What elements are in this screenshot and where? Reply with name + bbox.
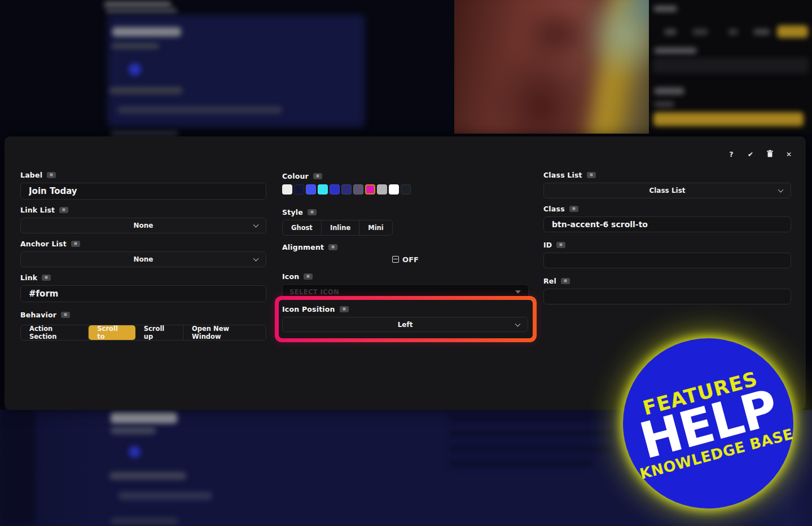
chevron-down-icon [253, 256, 259, 262]
bg-text-bar [664, 29, 677, 35]
label-input[interactable] [20, 183, 266, 200]
bg-left-gutter [0, 410, 35, 526]
icon-position-highlight-box: Icon Position Left [275, 296, 537, 342]
bg-text-bar [111, 518, 178, 524]
bg-text-bar [692, 29, 708, 35]
video-hint-icon[interactable] [308, 209, 317, 215]
video-hint-icon[interactable] [556, 242, 565, 248]
bg-paragraph-line [449, 445, 612, 453]
class-list-select[interactable]: Class List [543, 183, 791, 198]
link-input[interactable] [20, 285, 266, 302]
rel-field-label: Rel [543, 276, 791, 285]
link-field-label: Link [20, 273, 266, 282]
colour-swatch-8[interactable] [377, 184, 387, 195]
video-hint-icon[interactable] [587, 172, 596, 178]
bg-text-bar [654, 47, 697, 54]
video-hint-icon[interactable] [42, 275, 51, 281]
bg-text-bar [118, 492, 212, 500]
badge-rotated-text: FEATURES HELP KNOWLEDGE BASE [621, 364, 795, 483]
colour-swatch-1[interactable] [294, 184, 304, 195]
class-field-label: Class [543, 204, 791, 213]
anchor-list-label: Anchor List [20, 239, 266, 248]
bg-paragraph-line [449, 430, 618, 437]
behavior-option-scroll-up[interactable]: Scroll up [135, 325, 183, 340]
bg-text-bar [112, 43, 159, 49]
link-list-label: Link List [20, 205, 266, 214]
video-hint-icon[interactable] [340, 306, 349, 312]
colour-swatch-0[interactable] [282, 184, 292, 195]
bg-yellow-button [777, 25, 808, 38]
bg-button-bar [112, 27, 181, 37]
modal-middle-column: Colour Style GhostInlineMini Alignment O… [282, 136, 529, 306]
bg-text-bar [106, 8, 177, 14]
id-field-label: ID [543, 240, 791, 249]
video-hint-icon[interactable] [561, 278, 570, 284]
behavior-label: Behavior [20, 310, 266, 319]
class-list-label: Class List [543, 170, 791, 179]
colour-swatch-7[interactable] [365, 184, 375, 195]
dropdown-triangle-icon [515, 290, 521, 294]
bg-yellow-bar [653, 112, 804, 126]
rel-input[interactable] [543, 289, 791, 304]
bg-text-bar [109, 472, 186, 480]
bg-button-bar [111, 412, 177, 423]
bg-paragraph-line [449, 459, 592, 467]
bg-text-bar [104, 1, 172, 8]
video-hint-icon[interactable] [59, 207, 68, 213]
video-hint-icon[interactable] [71, 241, 80, 247]
colour-swatch-2[interactable] [306, 184, 316, 195]
icon-position-select[interactable]: Left [282, 317, 528, 332]
chevron-down-icon [778, 187, 784, 193]
bg-text-bar [654, 101, 674, 107]
style-label: Style [282, 207, 529, 216]
style-option-inline[interactable]: Inline [322, 220, 359, 235]
video-hint-icon[interactable] [47, 172, 56, 178]
bg-text-bar [654, 87, 684, 95]
video-hint-icon[interactable] [328, 244, 337, 250]
help-knowledge-base-badge[interactable]: FEATURES HELP KNOWLEDGE BASE [623, 338, 793, 509]
colour-label: Colour [282, 171, 529, 180]
colour-swatch-row [282, 184, 529, 195]
chevron-down-icon [253, 222, 259, 228]
bg-paragraph-line [449, 414, 615, 422]
modal-left-column: Label Link List None Anchor List None Li… [20, 136, 266, 341]
colour-swatch-9[interactable] [389, 184, 399, 195]
alignment-toggle[interactable]: OFF [282, 255, 529, 264]
modal-right-column: Class List Class List Class ID Rel [543, 136, 791, 310]
colour-swatch-6[interactable] [353, 184, 363, 195]
behavior-segmented-control: Action SectionScroll toScroll upOpen New… [20, 325, 266, 341]
link-list-select[interactable]: None [20, 218, 266, 233]
bg-text-bar [117, 106, 282, 114]
bg-input-bar [653, 58, 809, 73]
behavior-option-action-section[interactable]: Action Section [21, 325, 89, 340]
colour-swatch-10[interactable] [401, 184, 411, 195]
anchor-list-select[interactable]: None [20, 251, 266, 267]
icon-position-label: Icon Position [282, 304, 528, 313]
bg-text-bar [653, 6, 677, 12]
class-input[interactable] [543, 216, 791, 232]
bg-dot [129, 63, 141, 76]
colour-swatch-3[interactable] [318, 184, 328, 195]
video-hint-icon[interactable] [569, 206, 578, 212]
bg-text-bar [109, 87, 183, 94]
alignment-off-icon [392, 256, 399, 263]
behavior-option-open-new-window[interactable]: Open New Window [183, 325, 266, 340]
colour-swatch-4[interactable] [330, 184, 340, 195]
alignment-label: Alignment [282, 242, 529, 251]
bg-text-bar [728, 29, 738, 35]
video-hint-icon[interactable] [313, 173, 322, 179]
style-option-ghost[interactable]: Ghost [283, 220, 322, 235]
video-hint-icon[interactable] [304, 273, 313, 280]
icon-label: Icon [282, 272, 529, 281]
bg-photo [454, 0, 649, 134]
video-hint-icon[interactable] [61, 312, 70, 318]
style-segmented-control: GhostInlineMini [282, 220, 393, 236]
id-input[interactable] [543, 253, 791, 268]
behavior-option-scroll-to[interactable]: Scroll to [89, 325, 135, 340]
style-option-mini[interactable]: Mini [359, 220, 392, 235]
chevron-down-icon [515, 321, 521, 326]
label-field-label: Label [20, 170, 266, 179]
bg-text-bar [111, 427, 156, 434]
colour-swatch-5[interactable] [341, 184, 352, 195]
bg-text-bar [753, 29, 770, 35]
